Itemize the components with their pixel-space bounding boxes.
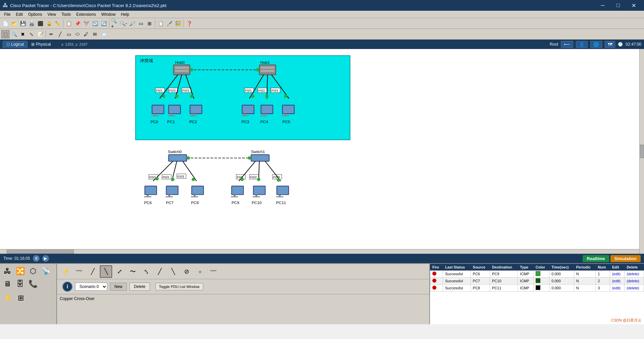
save-btn[interactable]: 💾 <box>19 19 27 28</box>
cell-delete[interactable]: (delete) <box>625 271 644 278</box>
physical-tab[interactable]: ⊞ Physical <box>28 41 55 48</box>
realtime-btn[interactable]: Realtime <box>583 255 609 262</box>
time-play-btn[interactable]: ▶ <box>42 255 49 262</box>
close-button[interactable]: ✕ <box>626 0 641 11</box>
svg-rect-59 <box>282 115 289 116</box>
lightning-device[interactable]: ⚡ <box>1 292 13 304</box>
router-device[interactable]: 🖧 <box>1 265 13 277</box>
root-label: Root <box>550 42 558 47</box>
toggle-pdu-btn[interactable]: Toggle PDU List Window <box>155 283 203 290</box>
cable-serial-dte[interactable]: ╲ <box>167 265 179 278</box>
maximize-button[interactable]: □ <box>610 0 626 11</box>
canvas-scrollbar[interactable] <box>639 49 644 254</box>
menu-help[interactable]: Help <box>118 11 132 17</box>
svg-text:F0/1: F0/1 <box>237 175 244 179</box>
simulation-btn[interactable]: Simulation <box>610 255 641 262</box>
grid-device[interactable]: ⊞ <box>15 292 27 304</box>
grid-btn[interactable]: ⊞ <box>146 19 154 28</box>
pencil-btn[interactable]: ✏️ <box>54 19 62 28</box>
resize-btn[interactable]: ⤡ <box>28 30 36 38</box>
open-btn[interactable]: 📂 <box>10 19 18 28</box>
svg-point-36 <box>284 95 287 98</box>
cable-wireless[interactable]: 〰 <box>207 265 219 278</box>
fit-btn[interactable]: ▭ <box>137 19 145 28</box>
new-scenario-btn[interactable]: New <box>110 283 127 291</box>
zoom-reset-btn[interactable]: 🔎 <box>128 19 136 28</box>
inspect-btn[interactable]: 🔍 <box>10 30 18 38</box>
ellipse-btn[interactable]: ⬭ <box>73 30 82 38</box>
menu-edit[interactable]: Edit <box>13 11 25 17</box>
note-btn[interactable]: 📝 <box>36 30 44 38</box>
pencil-free-btn[interactable]: 🖊 <box>82 30 90 38</box>
server-device[interactable]: 🗄 <box>14 278 26 290</box>
cell-periodic: N <box>574 271 595 278</box>
delete-scenario-btn[interactable]: Delete <box>129 283 150 291</box>
cell-edit[interactable]: (edit) <box>610 278 625 285</box>
svg-text:PC6: PC6 <box>144 200 152 205</box>
menu-file[interactable]: File <box>1 11 13 17</box>
logical-tab[interactable]: ⬡ Logical <box>3 41 28 48</box>
svg-rect-46 <box>192 114 194 115</box>
pc-device[interactable]: 🖥 <box>1 278 13 290</box>
col-edit: Edit <box>610 264 625 271</box>
draw-btn[interactable]: ✏ <box>47 30 55 38</box>
root-network-btn[interactable]: 🌐 <box>590 41 602 48</box>
cell-type: ICMP <box>518 278 533 285</box>
new-btn[interactable]: 📄 <box>1 19 9 28</box>
line-btn[interactable]: ╱ <box>56 30 64 38</box>
root-map-btn[interactable]: 🗺 <box>605 41 615 48</box>
cable-console[interactable]: 〰 <box>73 265 85 278</box>
hub-device[interactable]: ⬡ <box>27 265 39 277</box>
root-user-btn[interactable]: 👤 <box>576 41 588 48</box>
cable-copper-straight[interactable]: ╱ <box>87 265 99 278</box>
rect-btn[interactable]: ▭ <box>65 30 73 38</box>
main-area: 冲突域 Hub0 Hub1 F0/1 F0/2 F0/3 F0/1 F0/2 F… <box>0 49 644 254</box>
print-btn[interactable]: 🖨️ <box>28 19 36 28</box>
menu-options[interactable]: Options <box>25 11 45 17</box>
copy-btn[interactable]: 📋 <box>65 19 73 28</box>
paste-btn[interactable]: 📌 <box>73 19 82 28</box>
undo-btn[interactable]: ↩️ <box>91 19 99 28</box>
cable-coaxial[interactable]: ⤣ <box>140 265 152 278</box>
cell-edit[interactable]: (edit) <box>610 285 625 292</box>
delete-btn[interactable]: ✖ <box>19 30 27 38</box>
time-stop-btn[interactable]: ⏸ <box>33 255 40 262</box>
lock-btn[interactable]: 🔒 <box>45 19 53 28</box>
cell-edit[interactable]: (edit) <box>610 271 625 278</box>
zoom-out-btn[interactable]: 🔍- <box>119 19 127 28</box>
cell-delete[interactable]: (delete) <box>625 285 644 292</box>
stop-btn[interactable]: ⬛ <box>36 19 44 28</box>
cable-serial-dce[interactable]: ╱ <box>154 265 166 278</box>
phone-device[interactable]: 📞 <box>27 278 39 290</box>
h-scrollbar[interactable] <box>0 249 639 254</box>
cable-fiber[interactable]: ⤢ <box>113 265 125 278</box>
mail-btn[interactable]: ✉ <box>91 30 99 38</box>
envelope-btn[interactable]: 📨 <box>100 30 108 38</box>
canvas-btn[interactable]: 🖼️ <box>174 19 182 28</box>
select-btn[interactable]: ⬚ <box>1 30 9 38</box>
cut-btn[interactable]: ✂️ <box>82 19 90 28</box>
cable-phone[interactable]: 〜 <box>127 265 139 278</box>
pallet-btn[interactable]: 🖌️ <box>165 19 173 28</box>
device-info-btn[interactable]: 📋 <box>157 19 165 28</box>
menu-view[interactable]: View <box>45 11 59 17</box>
svg-point-91 <box>277 179 280 182</box>
help-btn[interactable]: ❓ <box>185 19 193 28</box>
cable-usb[interactable]: ⬦ <box>194 265 206 278</box>
menu-window[interactable]: Window <box>99 11 118 17</box>
redo-btn[interactable]: ↪️ <box>100 19 108 28</box>
cable-auto[interactable]: ⚡ <box>60 265 72 278</box>
cell-delete[interactable]: (delete) <box>625 278 644 285</box>
svg-line-27 <box>175 75 182 99</box>
minimize-button[interactable]: ─ <box>595 0 610 11</box>
zoom-in-btn[interactable]: 🔍+ <box>111 19 119 28</box>
wireless-device[interactable]: 📡 <box>40 265 52 277</box>
menu-extensions[interactable]: Extensions <box>73 11 99 17</box>
switch-device[interactable]: 🔀 <box>14 265 26 277</box>
cable-copper-crossover[interactable]: ╲ <box>100 265 112 278</box>
scenario-select[interactable]: Scenario 0 <box>75 283 107 291</box>
cable-octal[interactable]: ⊘ <box>180 265 193 278</box>
titlebar: 🖧 Cisco Packet Tracer - C:\Users\lenovo\… <box>0 0 644 11</box>
menu-tools[interactable]: Tools <box>59 11 73 17</box>
root-back-btn[interactable]: ⟵ <box>561 41 573 48</box>
